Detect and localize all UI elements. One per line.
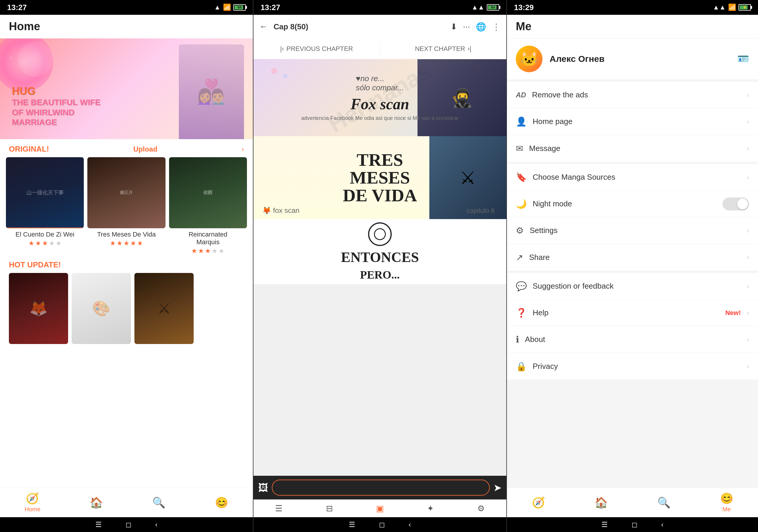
settings-chevron-icon: › (747, 226, 749, 235)
manga-title-tres-meses: Tres Meses De Vida (87, 231, 165, 238)
prev-chapter-button[interactable]: |‹ PREVIOUS CHAPTER (254, 39, 380, 59)
android-home-btn-me[interactable]: ◻ (632, 520, 637, 529)
reader-func-menu[interactable]: ☰ (275, 504, 283, 513)
nav-search-me[interactable]: 🔍 (657, 496, 671, 509)
banner-text: HUG THE BEAUTIFUL WIFE OF WHIRLWIND MARR… (12, 85, 101, 127)
menu-item-nightmode[interactable]: 🌙 Night mode (507, 191, 758, 217)
manga-card-tres-meses[interactable]: 醒正月 Tres Meses De Vida ★★★★★ (87, 157, 165, 255)
fox-logo-small: 🦊 fox scan (262, 206, 299, 215)
character-decoration: 🥷 (418, 59, 506, 136)
back-button[interactable]: ← (259, 22, 268, 31)
status-bar-me: 13:29 ▲▲ 📶 ⚡ (507, 0, 758, 15)
manga-grid: 山一様化天下事 El Cuento De Zi Wei ★★★★★ 醒正月 Tr… (0, 157, 253, 255)
battery-icon-reader: 84 (487, 4, 499, 11)
dot-decoration (271, 68, 277, 74)
me-profile[interactable]: 🐱 Алекс Огнев 🪪 (507, 39, 758, 82)
android-menu-btn-reader[interactable]: ☰ (349, 520, 355, 529)
share-chevron-icon: › (747, 253, 749, 261)
next-chapter-button[interactable]: NEXT CHAPTER ›| (380, 39, 507, 59)
translate-icon[interactable]: 🌐 (476, 22, 486, 32)
nav-bookshelf-icon: 🏠 (90, 496, 103, 509)
night-mode-toggle[interactable] (722, 197, 749, 211)
home-title: Home (9, 20, 40, 33)
reader-func-reading[interactable]: ▣ (376, 504, 384, 513)
nav-shelf-me[interactable]: 🏠 (595, 496, 608, 509)
nav-me-active[interactable]: 😊 Me (720, 492, 734, 513)
menu-item-sources[interactable]: 🔖 Choose Manga Sources › (507, 164, 758, 191)
hot-card-3[interactable]: ⚔ (134, 273, 194, 344)
avatar: 🐱 (516, 46, 542, 72)
nav-me-icon: 😊 (215, 496, 228, 509)
nav-me[interactable]: 😊 (215, 496, 228, 509)
tres-meses-title: TRES MESES DE VIDA (343, 151, 417, 204)
share-label: Share (529, 253, 741, 262)
prev-chevron-icon: |‹ (280, 45, 284, 53)
menu-dots-icon[interactable]: ⋮ (492, 22, 500, 32)
nav-home-icon: 🧭 (26, 492, 39, 505)
android-menu-btn[interactable]: ☰ (95, 520, 102, 529)
android-home-btn[interactable]: ◻ (125, 520, 131, 529)
original-arrow[interactable]: › (242, 145, 244, 153)
android-home-btn-reader[interactable]: ◻ (379, 520, 385, 529)
menu-item-help[interactable]: ❓ Help New! › (507, 300, 758, 326)
hot-section: HOT UPDATE! 🦊 🎨 ⚔ (0, 255, 253, 350)
character-2-decoration: ⚔ (429, 136, 506, 219)
nav-discover-me[interactable]: 🧭 (532, 496, 545, 509)
nav-me-active-label: Me (722, 506, 731, 513)
menu-item-privacy[interactable]: 🔒 Privacy › (507, 353, 758, 380)
menu-item-homepage[interactable]: 👤 Home page › (507, 108, 758, 135)
prev-chapter-label: PREVIOUS CHAPTER (286, 45, 353, 53)
reader-image-icon[interactable]: 🖼 (258, 482, 268, 493)
nav-home[interactable]: 🧭 Home (24, 492, 40, 513)
send-icon[interactable]: ➤ (493, 482, 501, 493)
homepage-icon: 👤 (516, 116, 527, 127)
profile-card-icon[interactable]: 🪪 (737, 53, 749, 65)
about-icon: ℹ (516, 334, 519, 345)
reader-func-chapters[interactable]: ⊟ (326, 504, 333, 513)
menu-group-1: AD Remove the ads › 👤 Home page › ✉ Mess… (507, 82, 758, 162)
status-time-home: 13:27 (7, 3, 27, 12)
battery-icon-home: 84 (233, 4, 246, 11)
download-icon[interactable]: ⬇ (450, 22, 457, 32)
hot-card-1[interactable]: 🦊 (9, 273, 68, 344)
manga-card-zi-wei[interactable]: 山一様化天下事 El Cuento De Zi Wei ★★★★★ (6, 157, 84, 255)
nav-shelf-icon: 🏠 (595, 496, 608, 509)
menu-item-ads[interactable]: AD Remove the ads › (507, 82, 758, 108)
android-back-btn[interactable]: ‹ (155, 520, 157, 529)
reader-func-settings[interactable]: ⚙ (477, 504, 485, 513)
homepage-label: Home page (533, 117, 741, 126)
android-back-btn-reader[interactable]: ‹ (409, 520, 411, 529)
reader-func-brightness[interactable]: ✦ (427, 504, 434, 513)
phone-bottom-bar-me: ☰ ◻ ‹ (507, 517, 758, 532)
privacy-chevron-icon: › (747, 362, 749, 370)
android-menu-btn-me[interactable]: ☰ (602, 520, 608, 529)
sources-chevron-icon: › (747, 173, 749, 182)
menu-item-share[interactable]: ↗ Share › (507, 244, 758, 271)
comment-input-wrapper[interactable] (272, 480, 490, 496)
nav-search[interactable]: 🔍 (152, 496, 165, 509)
menu-item-about[interactable]: ℹ About › (507, 326, 758, 353)
more-icon[interactable]: ··· (463, 22, 470, 32)
chapter-title: Cap 8(50) (274, 22, 444, 31)
menu-item-suggestion[interactable]: 💬 Suggestion or feedback › (507, 273, 758, 300)
signal-icon: ▲ (214, 4, 221, 11)
profile-username: Алекс Огнев (550, 54, 730, 64)
help-chevron-icon: › (747, 309, 749, 317)
hot-card-2[interactable]: 🎨 (72, 273, 131, 344)
upload-button[interactable]: Upload (133, 145, 157, 153)
nav-bookshelf[interactable]: 🏠 (90, 496, 103, 509)
manga-stars-reincarnated: ★★★★★ (169, 247, 247, 255)
ads-label: Remove the ads (532, 90, 741, 99)
home-banner[interactable]: HUG THE BEAUTIFUL WIFE OF WHIRLWIND MARR… (0, 39, 253, 139)
menu-item-message[interactable]: ✉ Message › (507, 135, 758, 162)
banner-hug-text: HUG (12, 85, 101, 97)
settings-icon: ⚙ (516, 225, 524, 236)
manga-page-1: Hermanas ♥no re...sólo compar... 🥷 Fox s… (254, 59, 506, 136)
android-back-btn-me[interactable]: ‹ (661, 520, 664, 529)
status-bar-home: 13:27 ▲ 📶 84 (0, 0, 253, 15)
fox-scan-subtitle: advertencia Facebook Me odia asi que noc… (301, 115, 458, 121)
menu-item-settings[interactable]: ⚙ Settings › (507, 217, 758, 244)
status-time-reader: 13:27 (260, 3, 280, 12)
manga-card-reincarnated[interactable]: 侯爵 ReincarnatedMarquis ★★★★★ (169, 157, 247, 255)
nav-search-icon-me: 🔍 (657, 496, 671, 509)
